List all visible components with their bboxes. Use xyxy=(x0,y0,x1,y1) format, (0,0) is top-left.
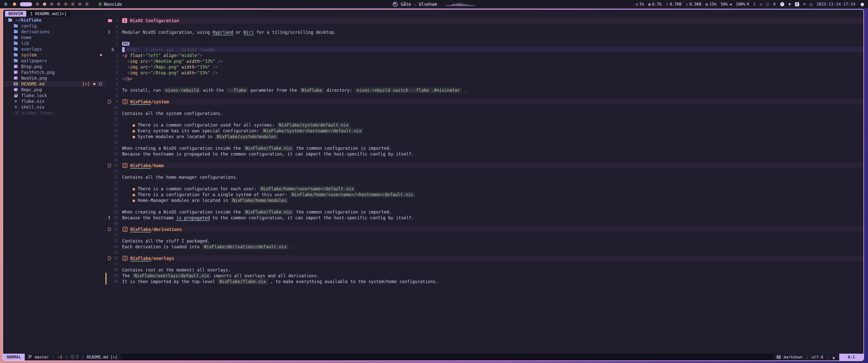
filetype-label[interactable]: markdown xyxy=(784,355,803,360)
editor-line[interactable]: 37 xyxy=(105,261,864,267)
workspace-9[interactable] xyxy=(78,2,82,6)
workspace-6[interactable] xyxy=(57,2,60,6)
tree-item-rmpc-png[interactable]: Rmpc.png xyxy=(3,87,105,93)
editor-line[interactable]: 4 <img src="/Btop.png" width="33%" /> xyxy=(105,70,864,76)
tray-check-circle[interactable]: ✔ xyxy=(780,2,784,6)
editor-line[interactable]: 51NixOS Configuration xyxy=(105,18,864,24)
tray-network[interactable]: ⚇ xyxy=(760,2,762,6)
tree-item-config[interactable]: config xyxy=(3,23,105,29)
cursor-position: 6:1 xyxy=(839,354,864,361)
editor-line[interactable]: 8 xyxy=(105,93,864,99)
tree-item-lib[interactable]: lib xyxy=(3,40,105,46)
bell-icon[interactable] xyxy=(861,3,864,5)
editor-line[interactable]: 25 ● There is a configuration for a sing… xyxy=(105,192,864,197)
tree-item-system[interactable]: system xyxy=(3,52,105,58)
tree-item-overlays[interactable]: overlays xyxy=(3,46,105,52)
editor-line[interactable]: 19 xyxy=(105,157,864,163)
tray-gauge[interactable]: ◔1% xyxy=(636,2,644,6)
encoding-label[interactable]: utf-8 xyxy=(811,355,823,360)
tray-cpu[interactable]: ▣6.7G xyxy=(649,2,661,6)
editor-buffer[interactable]: 51NixOS Configuration4I3Modular NixOS co… xyxy=(105,18,864,354)
tray-zen[interactable]: Z xyxy=(795,2,799,6)
editor-line[interactable]: 11Contains all the system configurations… xyxy=(105,110,864,116)
tree-item-fastfetch-png[interactable]: FastFetch.png xyxy=(3,69,105,75)
editor-line[interactable]: 22Contains all the home-manager configur… xyxy=(105,174,864,180)
editor-line[interactable]: 6 xyxy=(105,81,864,87)
tree-item-home[interactable]: home xyxy=(3,35,105,40)
editor-line[interactable]: 312NixFlake/derivations xyxy=(105,226,864,232)
editor-line[interactable]: 2 xyxy=(105,35,864,41)
editor-line[interactable]: 14 ● Every system has its own special co… xyxy=(105,128,864,134)
editor-line[interactable]: 38Contains (not at the moment) all overl… xyxy=(105,267,864,273)
tree-item-flake-lock[interactable]: flake.lock xyxy=(3,93,105,98)
editor-line[interactable]: 39The NixFlake/overlays/default.nix impo… xyxy=(105,273,864,278)
tree-item-flake-nix[interactable]: ❄flake.nix xyxy=(3,98,105,104)
editor-line[interactable]: 16 xyxy=(105,139,864,145)
tray-disk[interactable]: ▤15% xyxy=(706,2,716,6)
editor-line[interactable]: 18Because the hostname is propagated to … xyxy=(105,151,864,157)
tray-download[interactable]: ↧0.7KB xyxy=(666,2,682,6)
editor-line[interactable]: 27 xyxy=(105,203,864,209)
editor-line[interactable]: 24 ● There is a common configuration for… xyxy=(105,186,864,192)
tree-item-derivations[interactable]: derivations xyxy=(3,29,105,35)
tree-item-wallpapers[interactable]: wallpapers xyxy=(3,58,105,64)
editor-line[interactable]: 92NixFlake/system xyxy=(105,99,864,105)
editor-line[interactable]: 6ChUrl, 2 years ago - Update readme xyxy=(105,46,864,53)
editor-line[interactable]: 13 ● There is a common configuration use… xyxy=(105,122,864,128)
editor-line[interactable]: 33Contains all the stuff I packaged. xyxy=(105,238,864,244)
tray-shield[interactable]: ☖ xyxy=(767,2,769,6)
editor-line[interactable]: 1PNG xyxy=(105,41,864,46)
editor-line[interactable]: 1<p float="left" align="middle"> xyxy=(105,53,864,58)
tray-tray-box[interactable]: ▢ xyxy=(810,2,812,6)
editor-line[interactable]: 35 xyxy=(105,250,864,255)
tray-microphone[interactable]: 100%Ψ xyxy=(736,2,749,6)
workspace-3[interactable] xyxy=(36,2,39,6)
tray-volume[interactable]: 50%◀ xyxy=(721,2,732,6)
git-blame-text: ChUrl, 2 years ago - Update readme xyxy=(127,47,215,52)
tree-item--8-hidden-items-[interactable]: (8 hidden items) xyxy=(3,110,105,116)
tree-item-neovim-png[interactable]: NeoVim.png xyxy=(3,75,105,81)
tree-item-shell-nix[interactable]: ❄shell.nix xyxy=(3,104,105,110)
media-widget[interactable]: Gåte - Ulveham xyxy=(393,0,475,8)
editor-line[interactable]: 23 xyxy=(105,180,864,186)
tray-keyboard[interactable]: ⌨ xyxy=(803,2,806,6)
editor-line[interactable]: 3 <img src="/Rmpc.png" width="33%" /> xyxy=(105,64,864,70)
editor-line[interactable]: 30 xyxy=(105,221,864,226)
editor-line[interactable]: 21 xyxy=(105,168,864,174)
git-branch-name[interactable]: master xyxy=(35,355,49,360)
tree-item-btop-png[interactable]: Btop.png xyxy=(3,64,105,69)
editor-line[interactable]: 7To install, run nixos-rebuild with the … xyxy=(105,87,864,93)
editor-line[interactable]: 362NixFlake/overlays xyxy=(105,255,864,261)
tray-bluetooth[interactable]: ᛒ xyxy=(753,2,756,6)
workspace-8[interactable] xyxy=(71,2,74,6)
editor-line[interactable]: 17When creating a NixOS configuration in… xyxy=(105,145,864,151)
editor-line[interactable]: 5</p> xyxy=(105,76,864,81)
editor-line[interactable]: 15 ● System modules are located in NixFl… xyxy=(105,134,864,139)
editor-line[interactable]: 32 xyxy=(105,232,864,238)
tab-neovim[interactable]: NEOVIM xyxy=(5,11,26,16)
editor-line[interactable]: I3Modular NixOS configuration, using Hyp… xyxy=(105,29,864,35)
workspace-1[interactable] xyxy=(13,2,16,6)
tree-item--nixflake[interactable]: ~/NixFlake xyxy=(3,17,105,23)
editor-line[interactable]: 202NixFlake/home xyxy=(105,163,864,168)
tray-vpn[interactable]: ▼ xyxy=(788,2,791,6)
workspace-2-active[interactable] xyxy=(20,2,32,6)
editor-line[interactable]: 4 xyxy=(105,24,864,29)
editor-line[interactable]: 34Each derivation is loaded into NixFlak… xyxy=(105,244,864,250)
editor-line[interactable]: 40It is then imported by the top-level N… xyxy=(105,278,864,284)
workspace-10[interactable] xyxy=(85,2,89,6)
workspace-4[interactable] xyxy=(43,2,46,6)
workspace-7[interactable] xyxy=(64,2,67,6)
editor-line[interactable]: I29Because the hostname is propagated to… xyxy=(105,215,864,221)
editor-line[interactable]: 10 xyxy=(105,105,864,110)
editor-line[interactable]: 26 ● Home-Manager modules are located in… xyxy=(105,197,864,203)
editor-line[interactable]: 28When creating a NixOS configuration in… xyxy=(105,209,864,215)
tab-buffer-readme[interactable]: 1 README.md[1+] xyxy=(26,11,71,16)
diagnostics-count[interactable]: ⓘ7 xyxy=(71,355,79,360)
tree-item-readme-md[interactable]: README.md[+] xyxy=(3,81,105,87)
tray-location[interactable]: ⚲ xyxy=(773,2,776,6)
workspace-5[interactable] xyxy=(50,2,53,6)
editor-line[interactable]: 12 xyxy=(105,116,864,122)
editor-line[interactable]: 2 <img src="/NeoVim.png" width="33%" /> xyxy=(105,58,864,64)
tray-upload[interactable]: ↥0.5KB xyxy=(686,2,702,6)
